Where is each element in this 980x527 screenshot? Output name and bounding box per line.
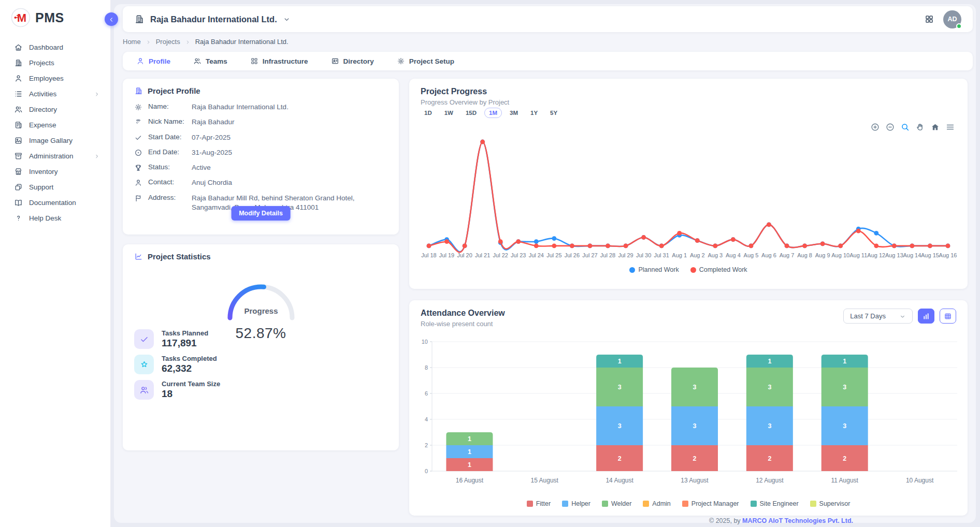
svg-text:2: 2: [693, 455, 697, 462]
svg-text:1: 1: [843, 358, 846, 365]
image-icon: [14, 136, 23, 145]
svg-text:1: 1: [468, 435, 471, 443]
legend-label: Welder: [611, 500, 631, 507]
range-button-5y[interactable]: 5Y: [545, 108, 562, 118]
online-status-dot: [956, 23, 962, 29]
avatar-initials: AD: [947, 16, 957, 23]
sidebar-item-help-desk[interactable]: Help Desk: [0, 210, 110, 226]
tab-teams[interactable]: Teams: [193, 52, 227, 70]
attendance-bar-chart[interactable]: 024681011116 August15 August233114 Augus…: [416, 338, 959, 493]
svg-text:3: 3: [843, 384, 846, 391]
range-button-1w[interactable]: 1W: [440, 108, 458, 118]
sidebar-item-label: Dashboard: [29, 43, 63, 51]
stat-value: 62,332: [162, 363, 217, 374]
people-icon: [14, 105, 23, 114]
sidebar-item-label: Expense: [29, 121, 56, 129]
sidebar-item-inventory[interactable]: Inventory: [0, 164, 110, 179]
legend-item-supervisor[interactable]: Supervisor: [810, 500, 851, 507]
selection-zoom-button[interactable]: [900, 122, 910, 132]
legend-item-project-manager[interactable]: Project Manager: [682, 500, 739, 507]
sidebar-item-documentation[interactable]: Documentation: [0, 195, 110, 210]
svg-text:2: 2: [618, 455, 622, 462]
range-button-15d[interactable]: 15D: [461, 108, 481, 118]
tab-project-setup[interactable]: Project Setup: [397, 52, 454, 70]
legend-item-fitter[interactable]: Fitter: [527, 500, 551, 507]
modify-details-button[interactable]: Modify Details: [231, 206, 291, 221]
svg-text:3: 3: [618, 384, 622, 391]
breadcrumb-item[interactable]: Projects: [156, 38, 180, 46]
apps-grid-button[interactable]: [924, 14, 934, 24]
pan-button[interactable]: [915, 122, 925, 132]
sidebar-item-support[interactable]: Support: [0, 179, 110, 195]
stat-item-tasks-planned: Tasks Planned117,891: [134, 329, 387, 349]
svg-text:3: 3: [768, 422, 771, 430]
store-icon: [14, 167, 23, 176]
range-button-1m[interactable]: 1M: [484, 108, 502, 118]
bar-chart-icon: [922, 312, 930, 321]
svg-text:Aug 6: Aug 6: [761, 252, 776, 258]
legend-item-helper[interactable]: Helper: [562, 500, 590, 507]
field-value: 07-Apr-2025: [192, 133, 230, 142]
people-icon: [134, 380, 154, 400]
svg-text:Jul 28: Jul 28: [600, 252, 615, 258]
svg-text:3: 3: [693, 422, 697, 430]
company-selector[interactable]: Raja Bahadur International Ltd.: [134, 14, 291, 24]
sidebar-item-activities[interactable]: Activities: [0, 86, 110, 101]
brand-name: PMS: [35, 10, 64, 25]
legend-item-site-engineer[interactable]: Site Engineer: [751, 500, 799, 507]
svg-text:10 August: 10 August: [906, 477, 934, 484]
range-button-3m[interactable]: 3M: [505, 108, 523, 118]
sidebar-item-dashboard[interactable]: Dashboard: [0, 39, 110, 55]
profile-field-contact: Contact:Anuj Chordia: [134, 178, 387, 187]
menu-button[interactable]: [945, 122, 955, 132]
profile-fields: Name:Raja Bahadur International Ltd.Nick…: [134, 103, 387, 212]
circledot-icon: [134, 148, 148, 157]
legend-item-welder[interactable]: Welder: [602, 500, 631, 507]
sidebar-item-expense[interactable]: Expense: [0, 117, 110, 133]
svg-text:2: 2: [425, 442, 428, 448]
check-icon: [134, 133, 148, 142]
sidebar-collapse-button[interactable]: [105, 12, 118, 26]
svg-text:Jul 26: Jul 26: [565, 252, 580, 258]
svg-text:1: 1: [468, 461, 471, 469]
svg-text:Jul 19: Jul 19: [439, 252, 454, 258]
gear-icon: [397, 57, 405, 65]
sidebar-item-administration[interactable]: Administration: [0, 148, 110, 164]
zoom-in-button[interactable]: [870, 122, 880, 132]
field-label: Contact:: [148, 178, 192, 186]
user-avatar[interactable]: AD: [943, 10, 961, 28]
legend-item-planned-work[interactable]: Planned Work: [629, 266, 679, 273]
reset-zoom-button[interactable]: [930, 122, 940, 132]
progress-line-chart[interactable]: Jul 18Jul 19Jul 20Jul 21Jul 22Jul 23Jul …: [419, 131, 958, 264]
range-button-1y[interactable]: 1Y: [526, 108, 542, 118]
tab-directory[interactable]: Directory: [331, 52, 374, 70]
sidebar-item-label: Administration: [29, 152, 74, 160]
sidebar-item-image-gallary[interactable]: Image Gallary: [0, 133, 110, 148]
chevron-right-icon: [146, 38, 151, 46]
field-value: Active: [192, 163, 211, 172]
tab-profile[interactable]: Profile: [136, 52, 170, 70]
breadcrumb-item[interactable]: Home: [123, 38, 141, 46]
date-range-select[interactable]: Last 7 Days: [843, 309, 913, 324]
table-view-toggle[interactable]: [940, 309, 956, 324]
legend-swatch: [690, 267, 696, 273]
receipt-icon: [14, 121, 23, 129]
bar-view-toggle[interactable]: [918, 309, 934, 324]
legend-item-completed-work[interactable]: Completed Work: [690, 266, 747, 273]
legend-label: Supervisor: [819, 500, 851, 507]
zoom-out-icon: [885, 122, 895, 132]
sidebar-item-employees[interactable]: Employees: [0, 70, 110, 86]
profile-field-end-date: End Date:31-Aug-2025: [134, 148, 387, 157]
sidebar-item-directory[interactable]: Directory: [0, 101, 110, 117]
range-button-1d[interactable]: 1D: [420, 108, 437, 118]
svg-text:2: 2: [768, 455, 771, 462]
zoom-out-button[interactable]: [885, 122, 895, 132]
sidebar-item-label: Employees: [29, 75, 64, 82]
flag-icon: [134, 194, 148, 202]
legend-item-admin[interactable]: Admin: [643, 500, 670, 507]
tab-infrastructure[interactable]: Infrastructure: [250, 52, 308, 70]
sidebar-item-projects[interactable]: Projects: [0, 55, 110, 70]
company-link[interactable]: MARCO AIoT Technologies Pvt. Ltd.: [742, 517, 853, 524]
svg-text:Aug 16: Aug 16: [939, 252, 957, 258]
legend-label: Fitter: [536, 500, 551, 507]
